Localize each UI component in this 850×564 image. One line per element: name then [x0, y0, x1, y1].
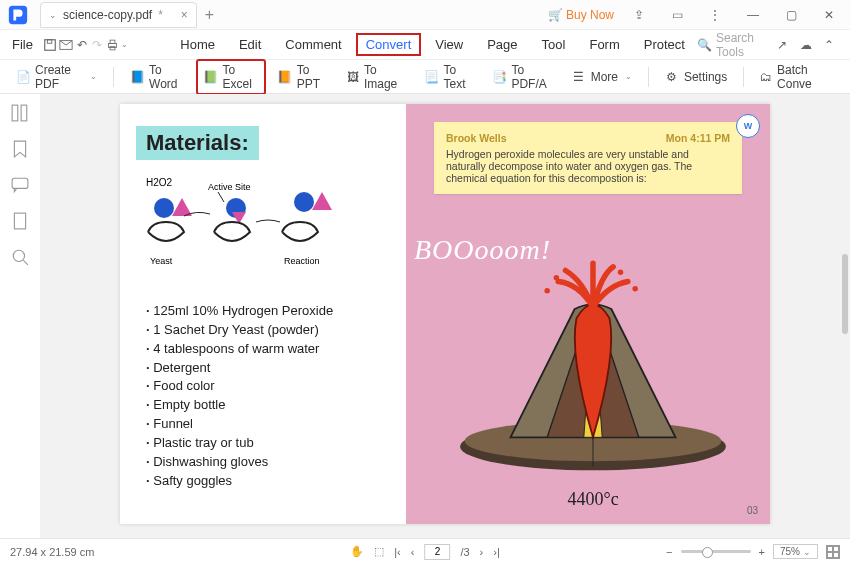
- print-icon[interactable]: ⌄: [106, 34, 128, 56]
- page-number-input[interactable]: [424, 544, 450, 560]
- temperature-label: 4400°c: [568, 489, 619, 510]
- to-pdfa-button[interactable]: 📑To PDF/A: [484, 59, 559, 95]
- redo-icon[interactable]: ↷: [91, 34, 105, 56]
- list-item: Plastic tray or tub: [146, 434, 390, 453]
- to-image-button[interactable]: 🖼To Image: [339, 59, 413, 95]
- file-menu[interactable]: File: [4, 33, 41, 56]
- to-excel-button[interactable]: 📗To Excel: [196, 59, 266, 95]
- save-icon[interactable]: [43, 34, 57, 56]
- first-page-button[interactable]: |‹: [394, 546, 401, 558]
- svg-point-24: [618, 270, 624, 276]
- hand-tool-icon[interactable]: ✋: [350, 545, 364, 558]
- search-placeholder: Search Tools: [716, 31, 767, 59]
- thumbnails-icon[interactable]: [11, 104, 29, 122]
- buy-now-link[interactable]: 🛒 Buy Now: [548, 8, 614, 22]
- create-pdf-label: Create PDF: [35, 63, 83, 91]
- svg-point-11: [13, 250, 24, 261]
- workspace: Materials: H2O2 Yeast Active Site Reacti…: [0, 94, 850, 538]
- gear-icon: ⚙: [665, 70, 679, 84]
- svg-marker-13: [172, 198, 192, 216]
- tab-form[interactable]: Form: [579, 33, 629, 56]
- separator: [648, 67, 649, 87]
- volcano-illustration: [426, 254, 760, 474]
- text-icon: 📃: [425, 70, 439, 84]
- share-icon[interactable]: ⇪: [626, 2, 652, 28]
- to-word-label: To Word: [149, 63, 183, 91]
- tab-tool[interactable]: Tool: [532, 33, 576, 56]
- new-tab-button[interactable]: +: [205, 6, 214, 24]
- last-page-button[interactable]: ›|: [493, 546, 500, 558]
- tab-filename: science-copy.pdf: [63, 8, 152, 22]
- notification-icon[interactable]: ▭: [664, 2, 690, 28]
- materials-list: 125ml 10% Hydrogen Peroxide 1 Sachet Dry…: [136, 302, 390, 490]
- search-panel-icon[interactable]: [11, 248, 29, 266]
- comment-panel-icon[interactable]: [11, 176, 29, 194]
- word-icon: 📘: [130, 70, 144, 84]
- collapse-ribbon-icon[interactable]: ⌃: [820, 34, 838, 56]
- list-item: 125ml 10% Hydrogen Peroxide: [146, 302, 390, 321]
- zoom-slider[interactable]: [681, 550, 751, 553]
- mail-icon[interactable]: [59, 34, 73, 56]
- zoom-level[interactable]: 75%⌄: [773, 544, 818, 559]
- svg-text:Yeast: Yeast: [150, 256, 173, 266]
- svg-text:Reaction: Reaction: [284, 256, 320, 266]
- tab-chevron-icon: ⌄: [49, 10, 57, 20]
- external-link-icon[interactable]: ↗: [773, 34, 791, 56]
- tab-edit[interactable]: Edit: [229, 33, 271, 56]
- scrollbar-thumb[interactable]: [842, 254, 848, 334]
- buy-now-label: Buy Now: [566, 8, 614, 22]
- settings-label: Settings: [684, 70, 727, 84]
- batch-convert-button[interactable]: 🗂Batch Conve: [752, 59, 842, 95]
- create-pdf-button[interactable]: 📄Create PDF⌄: [8, 59, 105, 95]
- tab-protect[interactable]: Protect: [634, 33, 695, 56]
- tab-page[interactable]: Page: [477, 33, 527, 56]
- ribbon-tabs: Home Edit Comment Convert View Page Tool…: [170, 33, 695, 56]
- to-ppt-button[interactable]: 📙To PPT: [270, 59, 335, 95]
- sticky-note[interactable]: Brook Wells Mon 4:11 PM Hydrogen peroxid…: [434, 122, 742, 194]
- batch-icon: 🗂: [760, 70, 772, 84]
- close-window-button[interactable]: ✕: [816, 2, 842, 28]
- zoom-value: 75%: [780, 546, 800, 557]
- more-button[interactable]: ☰More⌄: [564, 66, 640, 88]
- zoom-out-button[interactable]: −: [666, 546, 672, 558]
- zoom-in-button[interactable]: +: [759, 546, 765, 558]
- svg-rect-1: [45, 39, 56, 50]
- attachment-icon[interactable]: [11, 212, 29, 230]
- svg-rect-5: [110, 40, 115, 43]
- to-text-button[interactable]: 📃To Text: [417, 59, 481, 95]
- tab-home[interactable]: Home: [170, 33, 225, 56]
- status-bar: 27.94 x 21.59 cm ✋ ⬚ |‹ ‹ /3 › ›| − + 75…: [0, 538, 850, 564]
- tab-view[interactable]: View: [425, 33, 473, 56]
- image-icon: 🖼: [347, 70, 359, 84]
- cloud-icon[interactable]: ☁: [797, 34, 815, 56]
- tab-comment[interactable]: Comment: [275, 33, 351, 56]
- note-author: Brook Wells: [446, 132, 507, 144]
- settings-button[interactable]: ⚙Settings: [657, 66, 735, 88]
- tab-close-icon[interactable]: ×: [181, 8, 188, 22]
- select-tool-icon[interactable]: ⬚: [374, 545, 384, 558]
- pdf-page: Materials: H2O2 Yeast Active Site Reacti…: [120, 104, 770, 524]
- svg-rect-9: [12, 178, 28, 188]
- list-item: 4 tablespoons of warm water: [146, 340, 390, 359]
- convert-toolbar: 📄Create PDF⌄ 📘To Word 📗To Excel 📙To PPT …: [0, 60, 850, 94]
- document-canvas[interactable]: Materials: H2O2 Yeast Active Site Reacti…: [40, 94, 850, 538]
- menu-bar: File ↶ ↷ ⌄ Home Edit Comment Convert Vie…: [0, 30, 850, 60]
- maximize-button[interactable]: ▢: [778, 2, 804, 28]
- create-pdf-icon: 📄: [16, 70, 30, 84]
- page-total: /3: [460, 546, 469, 558]
- sketch-label-h2o2: H2O2: [146, 177, 173, 188]
- kebab-menu-icon[interactable]: ⋮: [702, 2, 728, 28]
- to-word-button[interactable]: 📘To Word: [122, 59, 191, 95]
- document-tab[interactable]: ⌄ science-copy.pdf * ×: [40, 2, 197, 28]
- list-item: Empty bottle: [146, 396, 390, 415]
- fit-page-icon[interactable]: [826, 545, 840, 559]
- prev-page-button[interactable]: ‹: [411, 546, 415, 558]
- bookmark-icon[interactable]: [11, 140, 29, 158]
- search-tools[interactable]: 🔍 Search Tools: [697, 31, 767, 59]
- svg-rect-8: [21, 105, 27, 121]
- next-page-button[interactable]: ›: [480, 546, 484, 558]
- minimize-button[interactable]: —: [740, 2, 766, 28]
- undo-icon[interactable]: ↶: [75, 34, 89, 56]
- word-export-badge[interactable]: W: [736, 114, 760, 138]
- tab-convert[interactable]: Convert: [356, 33, 422, 56]
